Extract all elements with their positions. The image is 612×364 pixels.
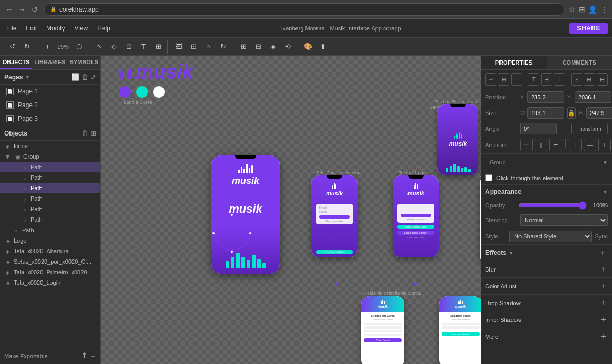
align-left-btn[interactable]: ⊣ <box>485 73 496 86</box>
layer-tela-abertura[interactable]: ◈ Tela_x0020_Abertura <box>0 246 100 256</box>
layer-logo[interactable]: ◈ Logo <box>0 235 100 246</box>
anchor-bottom-btn[interactable]: ⊥ <box>598 139 611 151</box>
position-y-input[interactable] <box>575 91 611 103</box>
component-tool[interactable]: ⊡ <box>187 40 200 54</box>
export-icon[interactable]: ⬆ <box>81 351 87 361</box>
reload-button[interactable]: ↺ <box>29 4 40 15</box>
back-button[interactable]: ← <box>4 4 15 15</box>
anchor-top-btn[interactable]: ⊤ <box>569 139 582 151</box>
undo-button[interactable]: ↺ <box>5 40 19 54</box>
move-tool[interactable]: ⬡ <box>72 40 86 54</box>
align-tool[interactable]: ⊞ <box>151 40 165 54</box>
blending-select[interactable]: Normal Multiply Screen Overlay <box>520 214 608 226</box>
add-export-icon[interactable]: ＋ <box>89 351 96 361</box>
lock-aspect-button[interactable]: 🔒 <box>567 107 576 119</box>
effect-inner-shadow[interactable]: Inner Shadow ＋ <box>481 311 612 328</box>
zoom-in-button[interactable]: ＋ <box>40 40 54 54</box>
more-add-button[interactable]: ＋ <box>599 331 608 342</box>
menu-modify[interactable]: Modify <box>44 24 67 33</box>
effect-color-adjust[interactable]: Color Adjust ＋ <box>481 278 612 295</box>
add-effect-button[interactable]: ＋ <box>597 247 608 258</box>
layer-setas[interactable]: ◈ Setas_x0020_por_x0020_Ci... <box>0 256 100 267</box>
share-button[interactable]: SHARE <box>569 23 608 34</box>
position-x-input[interactable] <box>527 91 564 103</box>
text-tool[interactable]: T <box>137 40 150 54</box>
align-top-btn[interactable]: ⊤ <box>528 73 539 86</box>
layer-path-3[interactable]: ⬦ Path <box>0 183 100 193</box>
layer-path-4[interactable]: ⬦ Path <box>0 193 100 204</box>
repeat-button[interactable]: ⟲ <box>281 40 294 54</box>
arrange-button[interactable]: ⊟ <box>251 40 265 54</box>
sync-button[interactable]: Sync <box>595 233 608 240</box>
redo-button[interactable]: ↻ <box>20 40 34 54</box>
crop-tool[interactable]: ⊡ <box>122 40 136 54</box>
anchor-center-btn[interactable]: | <box>535 139 547 151</box>
tab-symbols[interactable]: SYMBOLS <box>68 56 100 69</box>
make-exportable-label[interactable]: Make Exportable <box>4 353 48 359</box>
export-button[interactable]: ⬆ <box>316 40 330 54</box>
expand-pages-icon[interactable]: ↗ <box>90 73 96 81</box>
layer-path-2[interactable]: ⬦ Path <box>0 172 100 183</box>
size-w-input[interactable] <box>527 107 564 119</box>
profile-icon[interactable]: 👤 <box>588 5 597 14</box>
delete-page-icon[interactable]: 🗑 <box>81 73 88 81</box>
align-center-v-btn[interactable]: ⊟ <box>541 73 552 86</box>
layer-path-6[interactable]: ⬦ Path <box>0 214 100 225</box>
menu-file[interactable]: File <box>4 24 18 33</box>
symbol-button[interactable]: ◈ <box>266 40 280 54</box>
tab-comments[interactable]: COMMENTS <box>547 56 613 69</box>
effect-drop-shadow[interactable]: Drop Shadow ＋ <box>481 295 612 311</box>
canvas-area[interactable]: musik → Logo à Cores → Tela de Esqueceu … <box>101 56 481 364</box>
menu-icon[interactable]: ⋮ <box>600 5 608 14</box>
extensions-icon[interactable]: ⊞ <box>579 5 585 14</box>
effect-blur[interactable]: Blur ＋ <box>481 261 612 278</box>
anchor-right-btn[interactable]: ⊢ <box>549 139 562 151</box>
angle-input[interactable] <box>520 123 557 134</box>
address-bar[interactable]: 🔒 coreldraw.app <box>44 3 565 16</box>
path-tool[interactable]: ○ <box>201 40 215 54</box>
image-tool[interactable]: 🖼 <box>172 40 186 54</box>
layer-tela-login[interactable]: ◈ Tela_x0020_Login <box>0 277 100 288</box>
layer-icone[interactable]: ◈ Icone <box>0 141 100 151</box>
effect-more[interactable]: More ＋ <box>481 328 612 345</box>
align-right-btn[interactable]: ⊢ <box>511 73 522 86</box>
layer-path-7[interactable]: ⬦ Path <box>0 225 100 235</box>
drop-shadow-add-button[interactable]: ＋ <box>599 297 608 308</box>
layer-tela-primeiro[interactable]: ◈ Tela_x0020_Primeiro_x0020... <box>0 267 100 277</box>
distribute-v-btn[interactable]: ⊞ <box>584 73 595 86</box>
page-item-1[interactable]: 📄 Page 1 <box>0 85 100 98</box>
node-tool[interactable]: ◇ <box>107 40 121 54</box>
distribute-h-btn[interactable]: ⊡ <box>571 73 582 86</box>
object-settings-icon[interactable]: ⊞ <box>90 129 96 137</box>
layer-path-1[interactable]: ⬦ Path <box>0 162 100 172</box>
inner-shadow-add-button[interactable]: ＋ <box>599 314 608 325</box>
menu-help[interactable]: Help <box>95 24 113 33</box>
color-button[interactable]: 🎨 <box>301 40 315 54</box>
blur-add-button[interactable]: ＋ <box>599 264 608 275</box>
layer-path-5[interactable]: ⬦ Path <box>0 204 100 214</box>
star-icon[interactable]: ☆ <box>569 5 576 14</box>
forward-button[interactable]: → <box>17 4 27 15</box>
transform-button[interactable]: Transform <box>571 123 608 134</box>
anchor-middle-btn[interactable]: — <box>584 139 596 151</box>
pen-tool[interactable]: ↻ <box>216 40 230 54</box>
tab-libraries[interactable]: LIBRARIES <box>32 56 67 69</box>
color-adjust-add-button[interactable]: ＋ <box>599 280 608 292</box>
tab-properties[interactable]: PROPERTIES <box>481 56 547 69</box>
anchor-left-btn[interactable]: ⊣ <box>520 139 533 151</box>
page-item-2[interactable]: 📄 Page 2 <box>0 98 100 112</box>
opacity-slider[interactable] <box>519 201 587 210</box>
distribute-btn[interactable]: ⊟ <box>597 73 608 86</box>
align-center-h-btn[interactable]: ⊞ <box>498 73 509 86</box>
size-h-input[interactable] <box>586 107 612 119</box>
tab-objects[interactable]: OBJECTS <box>0 56 32 69</box>
select-tool[interactable]: ↖ <box>93 40 106 54</box>
appearance-row[interactable]: Appearance ▼ <box>481 185 612 199</box>
layer-group[interactable]: ▶ ▣ Group <box>0 151 100 162</box>
click-through-checkbox[interactable] <box>485 174 492 181</box>
menu-view[interactable]: View <box>72 24 90 33</box>
menu-edit[interactable]: Edit <box>24 24 39 33</box>
grid-button[interactable]: ⊞ <box>237 40 250 54</box>
page-item-3[interactable]: 📄 Page 3 <box>0 112 100 126</box>
toggle-pages-icon[interactable]: ⬜ <box>71 73 79 81</box>
